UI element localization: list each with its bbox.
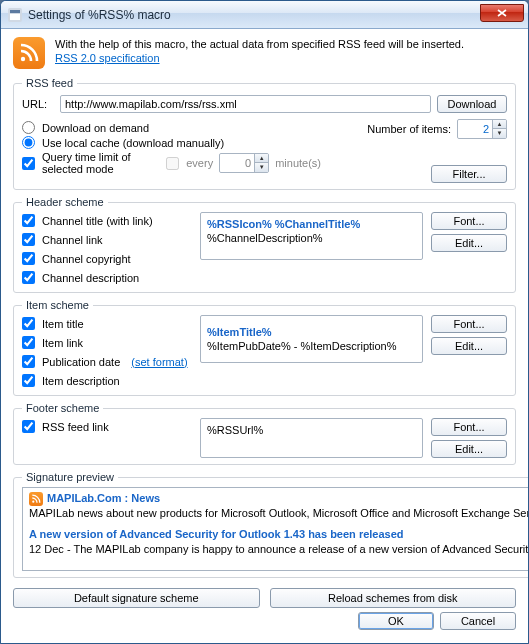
signature-preview-area[interactable]: MAPILab.Com : News MAPILab news about ne… (22, 487, 528, 571)
window-title: Settings of %RSS% macro (28, 8, 480, 22)
sig-item-body: 12 Dec - The MAPILab company is happy to… (29, 542, 528, 557)
url-label: URL: (22, 98, 54, 110)
radio-local-cache[interactable]: Use local cache (download manually) (22, 136, 321, 149)
item-font-button[interactable]: Font... (431, 315, 507, 333)
spin-down-icon[interactable]: ▼ (254, 163, 268, 172)
client-area: With the help of this macro, the actual … (1, 29, 528, 643)
sig-channel-desc: MAPILab news about new products for Micr… (29, 506, 528, 521)
footer-edit-button[interactable]: Edit... (431, 440, 507, 458)
intro: With the help of this macro, the actual … (13, 37, 516, 69)
every-spinner[interactable]: ▲▼ (219, 153, 269, 173)
rss-icon (29, 492, 43, 506)
minutes-label: minute(s) (275, 157, 321, 169)
check-channel-copyright[interactable]: Channel copyright (22, 252, 192, 265)
download-button[interactable]: Download (437, 95, 507, 113)
item-scheme-group: Item scheme Item title Item link Publica… (13, 299, 516, 396)
svg-rect-2 (10, 14, 20, 20)
filter-button[interactable]: Filter... (431, 165, 507, 183)
signature-preview-group: Signature preview MAPILab.Com : News MAP… (13, 471, 528, 578)
ok-button[interactable]: OK (358, 612, 434, 630)
svg-rect-1 (10, 10, 20, 13)
radio-download-demand[interactable]: Download on demand (22, 121, 321, 134)
item-edit-button[interactable]: Edit... (431, 337, 507, 355)
reload-schemes-button[interactable]: Reload schemes from disk (270, 588, 517, 608)
check-every[interactable]: every (166, 157, 213, 170)
signature-preview-legend: Signature preview (22, 471, 118, 483)
spin-down-icon[interactable]: ▼ (492, 129, 506, 138)
cancel-button[interactable]: Cancel (440, 612, 516, 630)
check-channel-description[interactable]: Channel description (22, 271, 192, 284)
footer-preview[interactable]: %RSSUrl% (200, 418, 423, 458)
check-item-link[interactable]: Item link (22, 336, 192, 349)
spin-up-icon[interactable]: ▲ (492, 120, 506, 129)
spin-up-icon[interactable]: ▲ (254, 154, 268, 163)
check-query-limit[interactable]: Query time limit of selected mode (22, 151, 162, 175)
check-item-title[interactable]: Item title (22, 317, 192, 330)
numitems-spinner[interactable]: ▲▼ (457, 119, 507, 139)
url-input[interactable] (60, 95, 431, 113)
default-scheme-button[interactable]: Default signature scheme (13, 588, 260, 608)
intro-text: With the help of this macro, the actual … (55, 37, 516, 69)
close-button[interactable] (480, 4, 524, 22)
check-item-description[interactable]: Item description (22, 374, 192, 387)
rss-icon (13, 37, 45, 69)
rss-feed-legend: RSS feed (22, 77, 77, 89)
header-scheme-group: Header scheme Channel title (with link) … (13, 196, 516, 293)
header-scheme-legend: Header scheme (22, 196, 108, 208)
svg-point-3 (21, 57, 25, 61)
item-scheme-legend: Item scheme (22, 299, 93, 311)
footer-scheme-group: Footer scheme RSS feed link %RSSUrl% Fon… (13, 402, 516, 465)
check-channel-title[interactable]: Channel title (with link) (22, 214, 192, 227)
dialog-window: Settings of %RSS% macro With the help of… (0, 0, 529, 644)
item-preview[interactable]: %ItemTitle% %ItemPubDate% - %ItemDescrip… (200, 315, 423, 363)
rss-spec-link[interactable]: RSS 2.0 specification (55, 52, 160, 64)
header-preview[interactable]: %RSSIcon% %ChannelTitle% %ChannelDescrip… (200, 212, 423, 260)
numitems-label: Number of items: (367, 123, 451, 135)
titlebar: Settings of %RSS% macro (1, 1, 528, 29)
sig-item-title: A new version of Advanced Security for O… (29, 527, 528, 542)
svg-point-4 (32, 500, 34, 502)
check-rss-feed-link[interactable]: RSS feed link (22, 420, 192, 433)
rss-feed-group: RSS feed URL: Download Download on deman… (13, 77, 516, 190)
sig-channel-title: MAPILab.Com : News (47, 491, 160, 506)
check-pub-date[interactable]: Publication date (22, 355, 120, 368)
header-edit-button[interactable]: Edit... (431, 234, 507, 252)
intro-description: With the help of this macro, the actual … (55, 38, 464, 50)
header-font-button[interactable]: Font... (431, 212, 507, 230)
footer-scheme-legend: Footer scheme (22, 402, 103, 414)
app-icon (7, 7, 23, 23)
set-format-link[interactable]: (set format) (131, 356, 187, 368)
check-channel-link[interactable]: Channel link (22, 233, 192, 246)
footer-font-button[interactable]: Font... (431, 418, 507, 436)
